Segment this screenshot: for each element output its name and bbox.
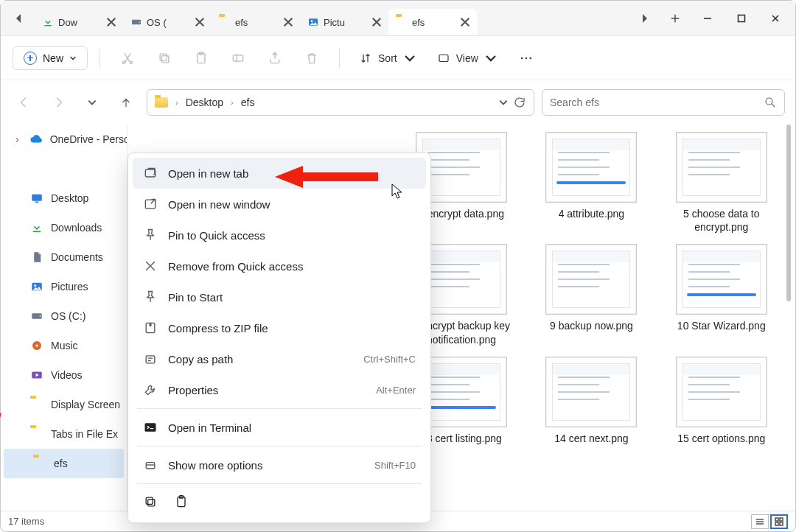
- file-item[interactable]: 10 Star Wizard.png: [661, 244, 782, 346]
- new-window-icon: [143, 197, 158, 211]
- breadcrumb[interactable]: › Desktop › efs: [147, 89, 534, 116]
- ctx-compress-to-zip-file[interactable]: Compress to ZIP file: [133, 312, 426, 343]
- sidebar-item-os-c-[interactable]: OS (C:): [1, 301, 127, 331]
- sidebar-item-label: Desktop: [51, 192, 88, 204]
- ctx-pin-to-start[interactable]: Pin to Start: [133, 281, 426, 312]
- search-input[interactable]: [550, 97, 764, 108]
- sidebar-onedrive[interactable]: › OneDrive - Personal: [1, 125, 127, 154]
- file-item[interactable]: 9 backup now.png: [531, 244, 652, 346]
- new-label: New: [43, 52, 63, 64]
- file-item[interactable]: 4 attribute.png: [531, 132, 652, 234]
- file-item[interactable]: 5 choose data to encrypt.png: [661, 132, 782, 234]
- tab-4[interactable]: efs: [388, 9, 477, 35]
- sidebar-item-efs[interactable]: efs: [4, 449, 124, 478]
- delete-button[interactable]: [296, 43, 327, 74]
- refresh-icon[interactable]: [513, 96, 526, 109]
- tab-add-button[interactable]: [660, 3, 691, 34]
- more-icon: [143, 458, 158, 472]
- breadcrumb-seg-efs[interactable]: efs: [241, 97, 255, 108]
- search-box[interactable]: [542, 89, 785, 116]
- annotation-arrow-1: [275, 166, 378, 188]
- share-button[interactable]: [259, 43, 290, 74]
- ctx-show-more-options[interactable]: Show more options Shift+F10: [133, 449, 426, 480]
- tab-label: efs: [412, 17, 455, 28]
- ctx-item-label: Open in Terminal: [168, 421, 416, 434]
- sidebar-item-pictures[interactable]: Pictures: [1, 272, 127, 301]
- breadcrumb-seg-desktop[interactable]: Desktop: [186, 97, 223, 108]
- unpin-icon: [143, 259, 158, 273]
- ctx-footer: [133, 487, 426, 518]
- drive-icon: [130, 16, 142, 28]
- file-label: 10 Star Wizard.png: [677, 319, 766, 332]
- sidebar-item-label: OS (C:): [51, 310, 85, 322]
- paste-icon[interactable]: [174, 494, 189, 511]
- tab-scroll-forward[interactable]: [629, 3, 660, 34]
- ctx-item-label: Open in new window: [168, 198, 416, 211]
- close-icon[interactable]: [371, 16, 383, 28]
- sidebar-item-desktop[interactable]: Desktop: [1, 183, 127, 213]
- svg-rect-39: [146, 497, 153, 504]
- nav-up[interactable]: [113, 89, 139, 116]
- maximize-button[interactable]: [725, 3, 758, 34]
- scrollbar[interactable]: [783, 125, 794, 511]
- nav-recent[interactable]: [79, 89, 105, 116]
- ctx-properties[interactable]: Properties Alt+Enter: [133, 374, 426, 405]
- ctx-accel: Ctrl+Shift+C: [363, 354, 416, 365]
- scrollbar-thumb[interactable]: [786, 125, 791, 301]
- svg-point-4: [311, 20, 313, 22]
- close-button[interactable]: [758, 3, 792, 34]
- sidebar-item-downloads[interactable]: Downloads: [1, 213, 127, 242]
- paste-button[interactable]: [186, 43, 217, 74]
- copy-icon[interactable]: [143, 494, 158, 511]
- sidebar-item-music[interactable]: Music: [1, 331, 127, 360]
- ctx-pin-to-quick-access[interactable]: Pin to Quick access: [133, 220, 426, 251]
- sidebar-item-tabs-in-file-ex[interactable]: Tabs in File Ex: [1, 419, 127, 449]
- new-button[interactable]: New: [13, 46, 88, 70]
- cut-button[interactable]: [112, 43, 143, 74]
- ctx-copy-as-path[interactable]: Copy as path Ctrl+Shift+C: [133, 343, 426, 374]
- svg-point-24: [40, 315, 41, 317]
- file-item[interactable]: 14 cert next.png: [531, 357, 652, 445]
- chevron-down-icon[interactable]: [498, 97, 509, 108]
- close-icon[interactable]: [105, 16, 117, 28]
- ctx-item-label: Show more options: [168, 459, 364, 472]
- sidebar-item-videos[interactable]: Videos: [1, 360, 127, 390]
- view-large-icons-toggle[interactable]: [770, 514, 788, 529]
- minimize-button[interactable]: [691, 3, 725, 34]
- tab-0[interactable]: Dow: [35, 9, 123, 35]
- tab-scroll-back[interactable]: [4, 3, 35, 34]
- nav-forward[interactable]: [45, 89, 71, 116]
- sidebar-item-label: efs: [54, 458, 68, 469]
- nav-back[interactable]: [11, 89, 38, 116]
- close-icon[interactable]: [282, 16, 294, 28]
- rename-button[interactable]: [223, 43, 254, 74]
- close-icon[interactable]: [459, 16, 471, 28]
- file-label: 9 backup now.png: [550, 319, 633, 332]
- view-button[interactable]: View: [430, 47, 505, 69]
- folder-icon: [33, 457, 46, 470]
- more-button[interactable]: [511, 43, 542, 74]
- file-item[interactable]: 15 cert options.png: [661, 357, 782, 445]
- ctx-item-label: Remove from Quick access: [168, 260, 416, 273]
- sidebar-item-documents[interactable]: Documents: [1, 242, 127, 272]
- tab-label: Pictu: [324, 17, 366, 28]
- tab-1[interactable]: OS (: [123, 9, 212, 35]
- file-label: 3 encrypt data.png: [419, 207, 504, 220]
- copy-button[interactable]: [149, 43, 180, 74]
- view-details-toggle[interactable]: [751, 514, 769, 529]
- ctx-item-label: Pin to Start: [168, 291, 416, 304]
- svg-rect-32: [145, 169, 155, 177]
- tab-label: Dow: [58, 17, 101, 28]
- svg-rect-36: [145, 423, 156, 432]
- ctx-open-in-new-window[interactable]: Open in new window: [133, 189, 426, 220]
- close-icon[interactable]: [194, 16, 206, 28]
- tab-2[interactable]: efs: [212, 9, 300, 35]
- sidebar-item-display-screen[interactable]: Display Screen: [1, 390, 127, 419]
- file-explorer-window: Dow OS ( efs Pictu efs: [0, 0, 796, 532]
- tab-3[interactable]: Pictu: [300, 9, 388, 35]
- sort-button[interactable]: Sort: [352, 47, 424, 69]
- folder-icon: [155, 97, 168, 108]
- sidebar-item-label: Music: [51, 340, 78, 351]
- ctx-open-in-terminal[interactable]: Open in Terminal: [133, 412, 426, 443]
- ctx-remove-from-quick-access[interactable]: Remove from Quick access: [133, 251, 426, 281]
